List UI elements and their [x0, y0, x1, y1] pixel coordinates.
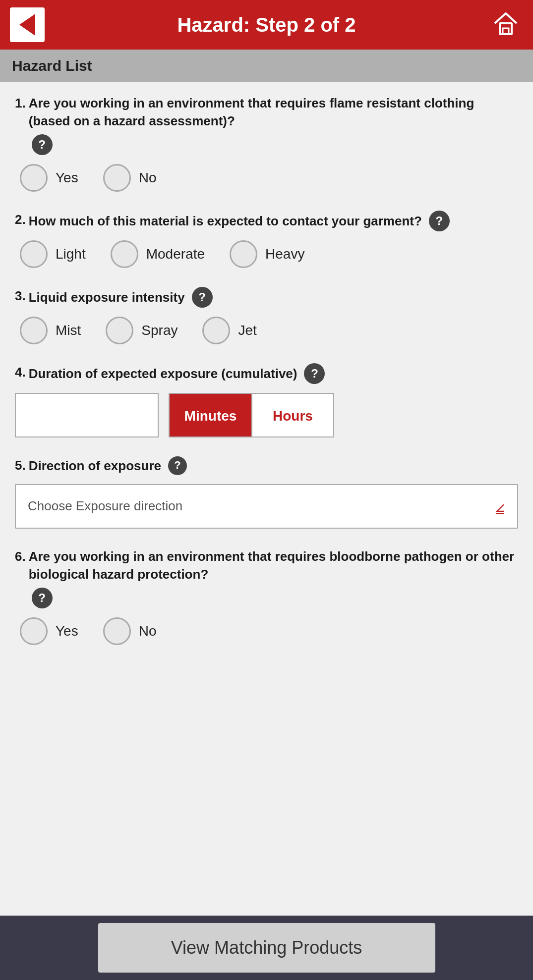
radio-circle — [20, 617, 48, 645]
question-1-option-yes[interactable]: Yes — [20, 164, 78, 192]
radio-circle — [103, 617, 131, 645]
radio-label-jet: Jet — [238, 323, 256, 338]
question-6-options: Yes No — [15, 617, 518, 645]
radio-circle — [20, 164, 48, 192]
radio-label-spray: Spray — [141, 323, 178, 338]
radio-circle — [111, 240, 138, 268]
radio-circle — [103, 164, 131, 192]
question-1-block: 1. Are you working in an environment tha… — [15, 94, 518, 192]
duration-row: Minutes Hours — [15, 393, 518, 437]
back-button[interactable] — [10, 7, 45, 42]
question-5-text: 5. Direction of exposure ? — [15, 456, 518, 475]
dropdown-placeholder: Choose Exposure direction — [28, 498, 182, 514]
home-button[interactable] — [488, 7, 523, 42]
home-icon — [493, 11, 519, 39]
question-3-label: Liquid exposure intensity ? — [29, 287, 518, 308]
question-1-label: Are you working in an environment that r… — [29, 94, 518, 155]
radio-label-yes: Yes — [56, 623, 78, 639]
question-1-option-no[interactable]: No — [103, 164, 157, 192]
question-3-option-mist[interactable]: Mist — [20, 317, 81, 344]
question-5-label: Direction of exposure ? — [29, 456, 518, 475]
duration-toggle: Minutes Hours — [169, 393, 334, 437]
question-5-help-icon[interactable]: ? — [168, 456, 187, 475]
question-6-option-no[interactable]: No — [103, 617, 157, 645]
question-3-options: Mist Spray Jet — [15, 317, 518, 344]
question-4-text: 4. Duration of expected exposure (cumula… — [15, 363, 518, 384]
question-3-help-icon[interactable]: ? — [192, 287, 213, 308]
minutes-toggle-button[interactable]: Minutes — [170, 394, 251, 437]
question-5-block: 5. Direction of exposure ? Choose Exposu… — [15, 456, 518, 529]
question-3-number: 3. — [15, 287, 26, 305]
question-2-label: How much of this material is expected to… — [29, 211, 518, 231]
question-1-options: Yes No — [15, 164, 518, 192]
radio-label-light: Light — [56, 246, 86, 262]
question-1-number: 1. — [15, 94, 26, 112]
question-2-help-icon[interactable]: ? — [429, 211, 450, 231]
question-5-number: 5. — [15, 456, 26, 474]
question-4-label: Duration of expected exposure (cumulativ… — [29, 363, 518, 384]
duration-input[interactable] — [15, 393, 159, 437]
question-1-help-icon[interactable]: ? — [32, 134, 53, 155]
hours-toggle-button[interactable]: Hours — [251, 394, 333, 437]
radio-circle — [230, 240, 257, 268]
radio-label-no: No — [139, 623, 157, 639]
question-2-block: 2. How much of this material is expected… — [15, 211, 518, 268]
question-3-option-spray[interactable]: Spray — [106, 317, 178, 344]
hazard-list-bar: Hazard List — [0, 50, 533, 82]
question-6-block: 6. Are you working in an environment tha… — [15, 547, 518, 645]
question-2-option-heavy[interactable]: Heavy — [230, 240, 304, 268]
question-2-text: 2. How much of this material is expected… — [15, 211, 518, 231]
view-matching-products-button[interactable]: View Matching Products — [98, 923, 435, 973]
radio-circle — [106, 317, 133, 344]
question-4-help-icon[interactable]: ? — [304, 363, 325, 384]
chevron-down-icon: ⦤ — [495, 496, 505, 516]
main-content: 1. Are you working in an environment tha… — [0, 82, 533, 916]
footer: View Matching Products — [0, 916, 533, 980]
question-6-label: Are you working in an environment that r… — [29, 547, 518, 608]
radio-circle — [20, 317, 48, 344]
radio-label-heavy: Heavy — [265, 246, 304, 262]
radio-label-yes: Yes — [56, 170, 78, 186]
question-4-number: 4. — [15, 363, 26, 381]
question-2-number: 2. — [15, 211, 26, 228]
question-6-option-yes[interactable]: Yes — [20, 617, 78, 645]
exposure-direction-dropdown[interactable]: Choose Exposure direction ⦤ — [15, 484, 518, 529]
question-2-options: Light Moderate Heavy — [15, 240, 518, 268]
radio-label-no: No — [139, 170, 157, 186]
back-arrow-icon — [19, 14, 35, 36]
question-6-number: 6. — [15, 547, 26, 565]
question-6-text: 6. Are you working in an environment tha… — [15, 547, 518, 608]
page-title: Hazard: Step 2 of 2 — [45, 14, 488, 36]
radio-label-mist: Mist — [56, 323, 81, 338]
question-3-option-jet[interactable]: Jet — [202, 317, 256, 344]
radio-circle — [202, 317, 230, 344]
question-4-block: 4. Duration of expected exposure (cumula… — [15, 363, 518, 437]
radio-circle — [20, 240, 48, 268]
question-3-text: 3. Liquid exposure intensity ? — [15, 287, 518, 308]
app-header: Hazard: Step 2 of 2 — [0, 0, 533, 50]
radio-label-moderate: Moderate — [146, 246, 205, 262]
question-2-option-moderate[interactable]: Moderate — [111, 240, 205, 268]
question-6-help-icon[interactable]: ? — [32, 588, 53, 608]
question-1-text: 1. Are you working in an environment tha… — [15, 94, 518, 155]
question-3-block: 3. Liquid exposure intensity ? Mist Spra… — [15, 287, 518, 344]
question-2-option-light[interactable]: Light — [20, 240, 86, 268]
hazard-list-label: Hazard List — [12, 57, 92, 74]
